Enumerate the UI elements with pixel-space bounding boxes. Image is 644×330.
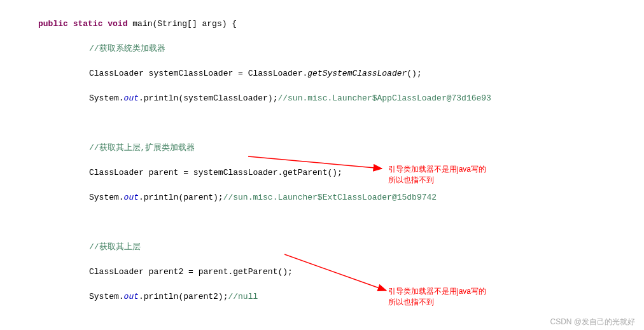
comment: //获取其上层	[89, 242, 141, 252]
code-block: public static void main(String[] args) {…	[0, 0, 644, 330]
static-method: getSystemClassLoader	[307, 69, 407, 78]
comment: //获取其上层,扩展类加载器	[89, 143, 195, 153]
code-text: .println(parent2);	[139, 292, 228, 301]
code-text: System.	[89, 193, 124, 202]
code-text: .println(parent);	[139, 193, 223, 202]
code-text: ClassLoader systemClassLoader = ClassLoa…	[89, 69, 307, 78]
code-text: System.	[89, 93, 124, 103]
code-text: ();	[407, 69, 421, 78]
field-out: out	[124, 193, 139, 202]
comment: //sun.misc.Launcher$AppClassLoader@73d16…	[277, 93, 491, 103]
method-signature: public static void main(String[] args) {	[38, 18, 644, 31]
code-text: ClassLoader parent2 = parent.getParent()…	[89, 267, 293, 277]
annotation-line: 所以也指不到	[388, 297, 486, 308]
annotation-text: 引导类加载器不是用java写的 所以也指不到	[388, 286, 486, 308]
method-name: main(String[] args) {	[132, 19, 237, 29]
field-out: out	[124, 292, 139, 301]
comment: //获取系统类加载器	[89, 44, 165, 53]
field-out: out	[124, 93, 139, 103]
watermark-text: CSDN @发自己的光就好	[550, 316, 635, 327]
keyword-static: static	[73, 19, 103, 29]
keyword-public: public	[38, 19, 68, 29]
annotation-line: 所以也指不到	[388, 175, 486, 186]
comment: //sun.misc.Launcher$ExtClassLoader@15db9…	[223, 193, 437, 202]
code-text: System.	[89, 292, 124, 301]
code-text: .println(systemClassLoader);	[139, 93, 277, 103]
comment: //null	[228, 292, 258, 301]
annotation-line: 引导类加载器不是用java写的	[388, 286, 486, 297]
annotation-text: 引导类加载器不是用java写的 所以也指不到	[388, 164, 486, 186]
code-text: ClassLoader parent = systemClassLoader.g…	[89, 168, 342, 177]
annotation-line: 引导类加载器不是用java写的	[388, 164, 486, 175]
keyword-void: void	[108, 19, 127, 29]
